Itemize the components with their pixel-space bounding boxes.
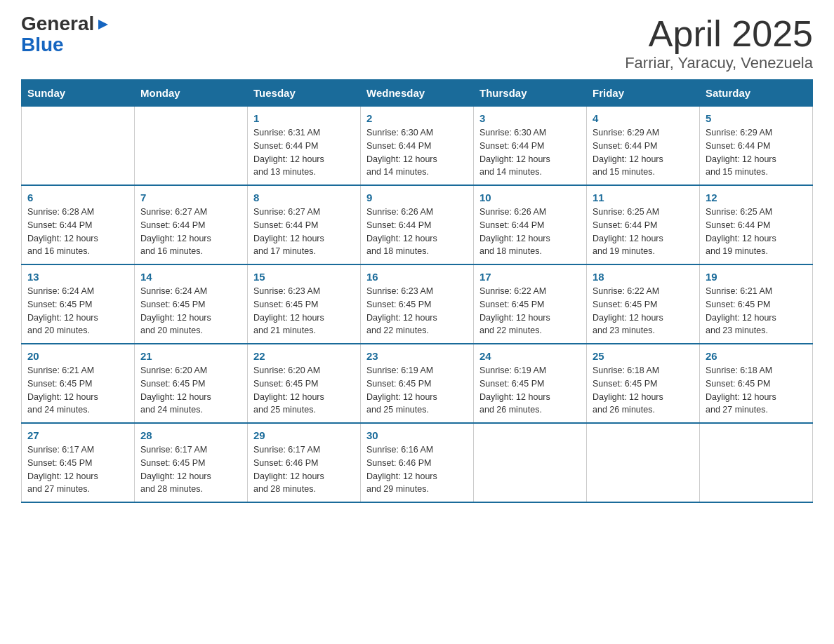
calendar-header-friday: Friday [587, 80, 700, 107]
day-info: Sunrise: 6:30 AM Sunset: 6:44 PM Dayligh… [479, 126, 581, 179]
day-number: 14 [140, 271, 241, 283]
day-number: 7 [140, 192, 241, 203]
calendar-day-cell: 3Sunrise: 6:30 AM Sunset: 6:44 PM Daylig… [474, 107, 587, 186]
calendar-week-row: 13Sunrise: 6:24 AM Sunset: 6:45 PM Dayli… [22, 264, 813, 344]
day-number: 5 [706, 112, 807, 124]
page-subtitle: Farriar, Yaracuy, Venezuela [625, 54, 813, 72]
calendar-body: 1Sunrise: 6:31 AM Sunset: 6:44 PM Daylig… [22, 107, 813, 503]
calendar-day-cell [474, 423, 587, 502]
calendar-day-cell: 12Sunrise: 6:25 AM Sunset: 6:44 PM Dayli… [700, 185, 813, 264]
logo-blue: Blue [21, 34, 64, 55]
day-number: 26 [706, 350, 807, 362]
day-info: Sunrise: 6:26 AM Sunset: 6:44 PM Dayligh… [479, 206, 581, 258]
calendar-day-cell: 5Sunrise: 6:29 AM Sunset: 6:44 PM Daylig… [700, 107, 813, 186]
day-number: 6 [27, 192, 128, 203]
day-info: Sunrise: 6:21 AM Sunset: 6:45 PM Dayligh… [706, 285, 807, 337]
day-number: 17 [479, 271, 581, 283]
day-info: Sunrise: 6:16 AM Sunset: 6:46 PM Dayligh… [366, 443, 468, 496]
day-info: Sunrise: 6:17 AM Sunset: 6:45 PM Dayligh… [140, 443, 241, 496]
day-info: Sunrise: 6:23 AM Sunset: 6:45 PM Dayligh… [253, 285, 355, 337]
day-number: 13 [27, 271, 128, 283]
calendar-day-cell: 22Sunrise: 6:20 AM Sunset: 6:45 PM Dayli… [248, 344, 361, 423]
calendar-day-cell: 23Sunrise: 6:19 AM Sunset: 6:45 PM Dayli… [361, 344, 474, 423]
calendar-day-cell [700, 423, 813, 502]
calendar-day-cell: 7Sunrise: 6:27 AM Sunset: 6:44 PM Daylig… [135, 185, 248, 264]
calendar-header-tuesday: Tuesday [248, 80, 361, 107]
day-info: Sunrise: 6:25 AM Sunset: 6:44 PM Dayligh… [593, 206, 694, 258]
calendar-week-row: 27Sunrise: 6:17 AM Sunset: 6:45 PM Dayli… [22, 423, 813, 502]
calendar-day-cell: 30Sunrise: 6:16 AM Sunset: 6:46 PM Dayli… [361, 423, 474, 502]
calendar-day-cell: 15Sunrise: 6:23 AM Sunset: 6:45 PM Dayli… [248, 264, 361, 344]
calendar-day-cell: 14Sunrise: 6:24 AM Sunset: 6:45 PM Dayli… [135, 264, 248, 344]
day-number: 11 [593, 192, 694, 203]
calendar-day-cell: 21Sunrise: 6:20 AM Sunset: 6:45 PM Dayli… [135, 344, 248, 423]
calendar-header-thursday: Thursday [474, 80, 587, 107]
day-info: Sunrise: 6:26 AM Sunset: 6:44 PM Dayligh… [366, 206, 468, 258]
day-info: Sunrise: 6:20 AM Sunset: 6:45 PM Dayligh… [253, 364, 355, 417]
day-info: Sunrise: 6:18 AM Sunset: 6:45 PM Dayligh… [593, 364, 694, 417]
day-info: Sunrise: 6:27 AM Sunset: 6:44 PM Dayligh… [140, 206, 241, 258]
day-info: Sunrise: 6:28 AM Sunset: 6:44 PM Dayligh… [27, 206, 128, 258]
calendar-day-cell: 27Sunrise: 6:17 AM Sunset: 6:45 PM Dayli… [22, 423, 135, 502]
day-info: Sunrise: 6:22 AM Sunset: 6:45 PM Dayligh… [479, 285, 581, 337]
day-info: Sunrise: 6:30 AM Sunset: 6:44 PM Dayligh… [366, 126, 468, 179]
day-info: Sunrise: 6:17 AM Sunset: 6:45 PM Dayligh… [27, 443, 128, 496]
day-number: 10 [479, 192, 581, 203]
page-title: April 2025 [625, 14, 813, 54]
day-number: 28 [140, 429, 241, 441]
calendar-week-row: 6Sunrise: 6:28 AM Sunset: 6:44 PM Daylig… [22, 185, 813, 264]
logo: General Blue [21, 14, 111, 56]
day-number: 23 [366, 350, 468, 362]
calendar-header-monday: Monday [135, 80, 248, 107]
page-header: General Blue April 2025 Farriar, Yaracuy… [21, 14, 813, 72]
calendar-day-cell: 6Sunrise: 6:28 AM Sunset: 6:44 PM Daylig… [22, 185, 135, 264]
calendar-day-cell: 18Sunrise: 6:22 AM Sunset: 6:45 PM Dayli… [587, 264, 700, 344]
day-number: 30 [366, 429, 468, 441]
calendar-day-cell: 9Sunrise: 6:26 AM Sunset: 6:44 PM Daylig… [361, 185, 474, 264]
calendar-table: SundayMondayTuesdayWednesdayThursdayFrid… [21, 79, 813, 503]
day-number: 27 [27, 429, 128, 441]
calendar-day-cell: 1Sunrise: 6:31 AM Sunset: 6:44 PM Daylig… [248, 107, 361, 186]
day-number: 25 [593, 350, 694, 362]
calendar-week-row: 1Sunrise: 6:31 AM Sunset: 6:44 PM Daylig… [22, 107, 813, 186]
day-number: 15 [253, 271, 355, 283]
day-number: 12 [706, 192, 807, 203]
calendar-day-cell: 16Sunrise: 6:23 AM Sunset: 6:45 PM Dayli… [361, 264, 474, 344]
calendar-header-row: SundayMondayTuesdayWednesdayThursdayFrid… [22, 80, 813, 107]
day-number: 9 [366, 192, 468, 203]
day-number: 1 [253, 112, 355, 124]
day-number: 3 [479, 112, 581, 124]
calendar-day-cell: 19Sunrise: 6:21 AM Sunset: 6:45 PM Dayli… [700, 264, 813, 344]
day-info: Sunrise: 6:29 AM Sunset: 6:44 PM Dayligh… [706, 126, 807, 179]
day-number: 2 [366, 112, 468, 124]
day-info: Sunrise: 6:27 AM Sunset: 6:44 PM Dayligh… [253, 206, 355, 258]
day-info: Sunrise: 6:25 AM Sunset: 6:44 PM Dayligh… [706, 206, 807, 258]
day-info: Sunrise: 6:31 AM Sunset: 6:44 PM Dayligh… [253, 126, 355, 179]
day-number: 24 [479, 350, 581, 362]
calendar-day-cell [135, 107, 248, 186]
calendar-day-cell: 11Sunrise: 6:25 AM Sunset: 6:44 PM Dayli… [587, 185, 700, 264]
day-info: Sunrise: 6:23 AM Sunset: 6:45 PM Dayligh… [366, 285, 468, 337]
day-number: 16 [366, 271, 468, 283]
calendar-day-cell: 13Sunrise: 6:24 AM Sunset: 6:45 PM Dayli… [22, 264, 135, 344]
calendar-header-wednesday: Wednesday [361, 80, 474, 107]
day-info: Sunrise: 6:18 AM Sunset: 6:45 PM Dayligh… [706, 364, 807, 417]
title-block: April 2025 Farriar, Yaracuy, Venezuela [625, 14, 813, 72]
day-info: Sunrise: 6:20 AM Sunset: 6:45 PM Dayligh… [140, 364, 241, 417]
day-info: Sunrise: 6:19 AM Sunset: 6:45 PM Dayligh… [479, 364, 581, 417]
day-number: 19 [706, 271, 807, 283]
calendar-day-cell: 29Sunrise: 6:17 AM Sunset: 6:46 PM Dayli… [248, 423, 361, 502]
day-info: Sunrise: 6:19 AM Sunset: 6:45 PM Dayligh… [366, 364, 468, 417]
calendar-day-cell: 25Sunrise: 6:18 AM Sunset: 6:45 PM Dayli… [587, 344, 700, 423]
calendar-day-cell: 2Sunrise: 6:30 AM Sunset: 6:44 PM Daylig… [361, 107, 474, 186]
calendar-day-cell [22, 107, 135, 186]
day-number: 18 [593, 271, 694, 283]
logo-general: General [21, 14, 94, 34]
calendar-day-cell: 4Sunrise: 6:29 AM Sunset: 6:44 PM Daylig… [587, 107, 700, 186]
day-number: 29 [253, 429, 355, 441]
logo-arrow-icon [95, 17, 111, 32]
calendar-day-cell: 20Sunrise: 6:21 AM Sunset: 6:45 PM Dayli… [22, 344, 135, 423]
calendar-header-sunday: Sunday [22, 80, 135, 107]
day-number: 21 [140, 350, 241, 362]
day-info: Sunrise: 6:29 AM Sunset: 6:44 PM Dayligh… [593, 126, 694, 179]
